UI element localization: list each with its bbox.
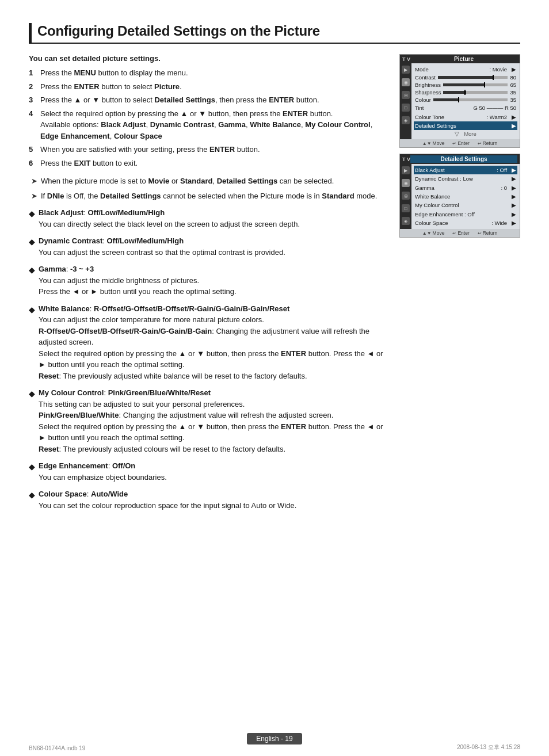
row-arrow: ▶ — [512, 201, 516, 209]
bullet-content: Dynamic Contrast: Off/Low/Medium/High Yo… — [39, 235, 388, 258]
menu-row-gamma: Gamma : 0 ▶ — [414, 184, 517, 192]
bullet-title: White Balance: R-Offset/G-Offset/B-Offse… — [39, 304, 289, 313]
note-text: When the picture mode is set to Movie or… — [41, 175, 334, 187]
row-value: : Off ▶ — [497, 166, 516, 174]
enter-label: ↵ Enter — [452, 140, 469, 146]
text-column: You can set detailed picture settings. 1… — [29, 54, 388, 517]
step-5: 5 When you are satisfied with your setti… — [29, 144, 388, 155]
tv-label-2: T V — [402, 156, 410, 162]
bar-sharpness — [443, 91, 508, 94]
footer-date-info: 2008-08-13 오후 4:15:28 — [457, 743, 520, 751]
bar-marker — [464, 90, 466, 95]
row-label: Tint — [415, 104, 424, 112]
panel2-header: Detailed Settings — [410, 155, 517, 163]
tv-icon: □ — [402, 104, 410, 112]
row-label: Colour Tone — [415, 113, 444, 121]
tv-icon: ▶ — [402, 66, 410, 74]
row-label: Detailed Settings — [415, 122, 456, 129]
step-num: 6 — [29, 158, 37, 169]
row-arrow: ▶ — [512, 211, 516, 218]
step-num: 5 — [29, 144, 37, 155]
bar-colour — [433, 98, 508, 101]
menu-row-detailed-settings: Detailed Settings ▶ — [414, 121, 517, 130]
title-bar: Configuring Detailed Settings on the Pic… — [29, 23, 520, 44]
title-accent — [29, 23, 32, 43]
tv-icon: ◎ — [402, 192, 410, 200]
row-label: Sharpness — [415, 89, 441, 96]
bullet-body: You can set the colour reproduction spac… — [39, 501, 296, 510]
bullet-diamond-icon: ◆ — [29, 236, 35, 258]
tv-bottom-bar-1: ▲▼ Move ↵ Enter ↩ Return — [400, 139, 520, 147]
footer-file-info: BN68-01744A.indb 19 — [29, 745, 85, 751]
steps-list: 1 Press the MENU button to display the m… — [29, 67, 388, 169]
menu-row-sharpness: Sharpness 35 — [414, 89, 517, 96]
return-icon: ↩ — [478, 141, 482, 146]
bullet-title: Black Adjust: Off/Low/Medium/High — [39, 208, 165, 217]
row-label: Brightness — [415, 82, 441, 88]
menu-row-colour-tone: Colour Tone : Warm2 ▶ — [414, 113, 517, 121]
move-icon: ▲▼ — [422, 141, 432, 146]
tv-label-1: T V — [402, 56, 410, 62]
bar-fill — [433, 98, 459, 101]
bar-contrast — [438, 76, 508, 79]
bar-marker — [458, 97, 459, 102]
step-text: Press the EXIT button to exit. — [40, 158, 388, 169]
bullet-title: My Colour Control: Pink/Green/Blue/White… — [39, 388, 211, 397]
menu-row-mode: Mode : Movie ▶ — [414, 65, 517, 74]
step-6: 6 Press the EXIT button to exit. — [29, 158, 388, 169]
enter-text: Enter — [458, 140, 469, 146]
row-label: Gamma — [415, 184, 434, 192]
return-label: ↩ Return — [478, 230, 498, 236]
tv-menu-1: Mode : Movie ▶ Contrast 80 — [411, 63, 520, 139]
tv-sidebar-2: ▶ ◉ ◎ □ ◈ — [400, 164, 411, 229]
step-text: Press the ENTER button to select Picture… — [40, 81, 388, 93]
bullet-title: Gamma: -3 ~ +3 — [39, 265, 94, 273]
bullet-black-adjust: ◆ Black Adjust: Off/Low/Medium/High You … — [29, 207, 388, 230]
row-label: Colour Space — [415, 219, 448, 227]
step-2: 2 Press the ENTER button to select Pictu… — [29, 81, 388, 93]
bullet-content: Black Adjust: Off/Low/Medium/High You ca… — [39, 207, 388, 230]
panel1-header: Picture — [410, 56, 517, 62]
menu-row-my-colour: My Colour Control ▶ — [414, 201, 517, 209]
bar-fill — [443, 91, 466, 94]
bullet-title: Colour Space: Auto/Wide — [39, 490, 128, 498]
row-label: White Balance — [415, 193, 450, 200]
row-label: My Colour Control — [415, 201, 459, 209]
bar-fill — [443, 83, 485, 86]
content-area: You can set detailed picture settings. 1… — [29, 54, 520, 517]
bar-brightness — [443, 83, 508, 86]
return-label: ↩ Return — [478, 140, 498, 146]
panel2-body: ▶ ◉ ◎ □ ◈ Black Adjust : Off ▶ Dynamic C… — [400, 164, 520, 229]
panel1-body: ▶ ◉ ◎ □ ◈ Mode : Movie ▶ — [400, 63, 520, 139]
step-num: 2 — [29, 81, 37, 93]
bullet-title: Edge Enhancement: Off/On — [39, 461, 135, 470]
menu-row-black-adjust: Black Adjust : Off ▶ — [414, 166, 517, 174]
bullet-body: This setting can be adjusted to suit you… — [39, 400, 383, 453]
move-text: Move — [433, 230, 445, 236]
bullet-my-colour: ◆ My Colour Control: Pink/Green/Blue/Whi… — [29, 387, 388, 455]
note-1: ➤ When the picture mode is set to Movie … — [29, 175, 388, 187]
bullet-gamma: ◆ Gamma: -3 ~ +3 You can adjust the midd… — [29, 264, 388, 297]
menu-row-brightness: Brightness 65 — [414, 81, 517, 89]
page-footer: English - 19 — [0, 733, 549, 744]
row-value: 35 — [510, 97, 516, 103]
bullet-diamond-icon: ◆ — [29, 304, 35, 382]
tv-bottom-bar-2: ▲▼ Move ↵ Enter ↩ Return — [400, 229, 520, 237]
step-1: 1 Press the MENU button to display the m… — [29, 67, 388, 79]
return-icon: ↩ — [478, 231, 482, 236]
enter-label: ↵ Enter — [452, 230, 469, 236]
tv-icon: ◉ — [402, 179, 410, 187]
bullet-content: Colour Space: Auto/Wide You can set the … — [39, 488, 388, 511]
bullet-diamond-icon: ◆ — [29, 461, 35, 483]
bar-marker — [493, 75, 494, 80]
move-text: Move — [433, 140, 445, 146]
enter-text: Enter — [458, 230, 469, 236]
move-label: ▲▼ Move — [422, 140, 445, 146]
tv-icon: □ — [402, 204, 410, 212]
page-container: Configuring Detailed Settings on the Pic… — [0, 0, 549, 756]
step-3: 3 Press the ▲ or ▼ button to select Deta… — [29, 94, 388, 106]
move-label: ▲▼ Move — [422, 230, 445, 236]
bullet-body: You can adjust the middle brightness of … — [39, 276, 237, 296]
menu-row-edge: Edge Enhancement : Off ▶ — [414, 210, 517, 219]
row-value: : Wide ▶ — [491, 219, 516, 227]
